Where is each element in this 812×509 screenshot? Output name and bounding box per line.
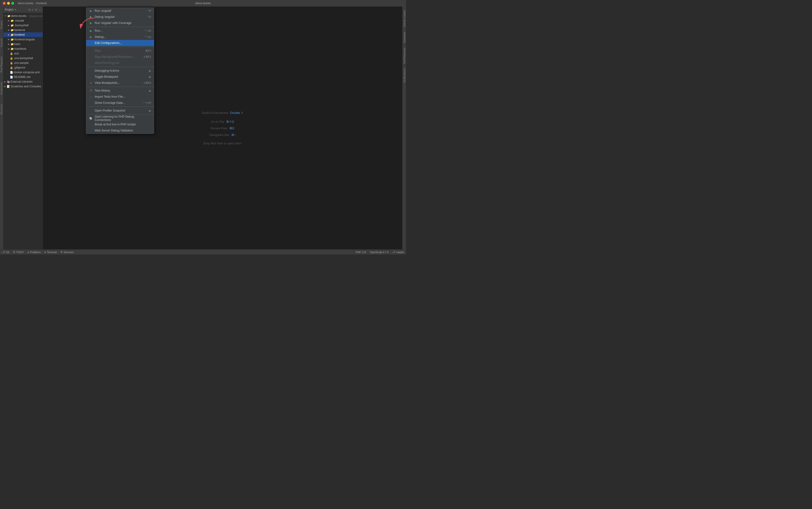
menu-item-run-angular[interactable]: ▶ Run 'angular' ⌃R (86, 8, 154, 14)
test-history-icon: ⏱ (89, 89, 93, 93)
status-typescript[interactable]: TypeScript 4.7.4 (370, 251, 389, 253)
breadcrumb-frontend[interactable]: frontend (36, 2, 46, 5)
menu-item-toggle-bp[interactable]: Toggle Breakpoint ▶ (86, 74, 154, 80)
menu-item-php-debug[interactable]: 🐘 Start Listening for PHP Debug Connecti… (86, 115, 154, 122)
tree-item-demo-books[interactable]: ▼ 📁 demo-books ~/playground/demo-books (3, 13, 42, 18)
close-button[interactable] (3, 2, 6, 5)
menu-item-debug-actions[interactable]: Debugging Actions ▶ (86, 68, 154, 74)
menu-item-open-profiler[interactable]: Open Profiler Snapshot ▶ (86, 107, 154, 114)
tree-item-manifests[interactable]: ▶ 📁 manifests (3, 46, 42, 51)
menu-item-import-tests[interactable]: ↓ Import Tests from File... (86, 94, 154, 100)
tree-item-docker-compose[interactable]: 📄 docker-compose.yml (3, 70, 42, 75)
tree-item-label: backend (14, 28, 25, 32)
folder-icon: 📁 (7, 14, 10, 18)
tree-item-scratches[interactable]: ▶ 📝 Scratches and Consoles (3, 84, 42, 89)
structure-label[interactable]: Structure (0, 104, 3, 114)
sort-icon[interactable]: ≡ (32, 8, 33, 11)
run-icon: ▶ (89, 9, 93, 13)
menu-item-show-coverage[interactable]: Show Coverage Data... ⌃⌥F6 (86, 100, 154, 106)
problems-icon: ● (28, 251, 29, 253)
edit-config-icon (89, 41, 93, 45)
tree-item-env-sample[interactable]: 🔒 .env.sample (3, 61, 42, 65)
menu-item-edit-configs[interactable]: Edit Configurations... (86, 40, 154, 46)
menu-label: Edit Configurations... (95, 41, 122, 45)
file-icon: 🔒 (10, 66, 13, 69)
toggle-bp-icon (89, 75, 93, 79)
project-label[interactable]: Project (0, 21, 3, 29)
folder-icon: 📁 (10, 33, 14, 36)
tree-item-label: frontend-angular (14, 38, 35, 41)
hint-navbar: Navigation Bar ⌘↑ (202, 132, 243, 138)
menu-item-stop-bg: Stop Background Processes... ⇧⌘F2 (86, 54, 154, 60)
hint-recent: Recent Files ⌘E (202, 125, 243, 132)
menu-item-break-first-line[interactable]: Break at first line in PHP scripts (86, 122, 154, 128)
minimize-button[interactable] (7, 2, 10, 5)
file-icon: 📄 (10, 76, 13, 79)
commit-label[interactable]: Commit (0, 38, 3, 47)
notifications-label[interactable]: Notifications (403, 68, 406, 82)
tree-item-env[interactable]: 🔒 .env (3, 51, 42, 56)
status-php[interactable]: PHP: 5.6 (356, 251, 366, 253)
project-name[interactable]: demo-books (18, 2, 33, 5)
menu-label: Toggle Breakpoint (95, 75, 118, 78)
tree-item-ext-libs[interactable]: ▶ 📚 External Libraries (3, 79, 42, 84)
menu-item-debug[interactable]: ▶ Debug... ⌃⌥D (86, 34, 154, 40)
file-icon: 📄 (10, 71, 13, 74)
menu-label: Break at first line in PHP scripts (95, 123, 136, 126)
tree-item-env-bunnyshell[interactable]: 🔒 .env.bunnyshell (3, 56, 42, 61)
menu-shortcut: ⌃R (147, 9, 151, 12)
hint-drop: Drop files here to open them (202, 140, 243, 146)
tree-item-helm[interactable]: ▶ 📁 helm (3, 42, 42, 46)
menu-shortcut: ⌘F2 (145, 49, 151, 53)
close-panel-icon[interactable]: — (38, 8, 41, 11)
pull-requests-sidebar-label[interactable]: Pull Requests (403, 48, 406, 64)
tree-item-frontend-angular[interactable]: ▶ 📁 frontend-angular (3, 37, 42, 42)
profiler-icon (89, 109, 93, 112)
file-icon: 🔒 (10, 57, 13, 60)
tree-item-label: .env (13, 52, 19, 55)
status-git[interactable]: ⎇ Git (2, 250, 9, 253)
menu-item-view-bp[interactable]: ● View Breakpoints... ⇧⌘F8 (86, 80, 154, 86)
tree-item-backend[interactable]: ▶ 📁 backend (3, 28, 42, 32)
status-services[interactable]: ⚙ Services (60, 250, 73, 253)
menu-shortcut: ⇧⌘F2 (143, 56, 151, 59)
terminal-icon: ▸ (45, 250, 46, 253)
tree-item-vscode[interactable]: ▶ 📁 .vscode (3, 18, 42, 23)
tree-item-readme[interactable]: 📄 README.md (3, 75, 42, 79)
git-icon: ⎇ (2, 250, 5, 253)
menu-label: View Breakpoints... (95, 81, 120, 84)
services-label: Services (64, 251, 73, 253)
database-label[interactable]: Database (403, 32, 406, 43)
tree-item-bunnyshell[interactable]: ▶ 📁 .bunnyshell (3, 23, 42, 28)
collapse-icon[interactable]: ⊟ (28, 8, 31, 11)
tree-item-label: demo-books (11, 14, 27, 18)
tree-item-frontend[interactable]: ▶ 📁 frontend (3, 32, 42, 37)
status-todo[interactable]: ☰ TODO (13, 250, 24, 253)
import-tests-icon: ↓ (89, 95, 93, 99)
status-terminal[interactable]: ▸ Terminal (45, 250, 57, 253)
php-debug-icon: 🐘 (89, 116, 93, 120)
settings-icon[interactable]: ⚙ (35, 8, 37, 11)
menu-item-web-server-debug[interactable]: Web Server Debug Validation (86, 128, 154, 134)
menu-label: Run 'angular' with Coverage (95, 21, 131, 25)
chevron-icon: ▼ (4, 15, 6, 17)
menu-item-test-history[interactable]: ⏱ Test History ▶ (86, 88, 154, 94)
maximize-button[interactable] (11, 2, 14, 5)
tree-item-label: manifests (14, 47, 26, 50)
copilot-label[interactable]: GitHub Copilot (403, 10, 406, 27)
menu-label: Debug 'angular' (95, 15, 115, 19)
lib-icon: 📚 (7, 80, 10, 83)
project-dropdown-icon[interactable]: ▼ (14, 8, 17, 11)
menu-label: Test History (95, 89, 110, 92)
branch-icon: ⎇ (392, 250, 395, 253)
status-problems[interactable]: ● Problems (28, 251, 41, 253)
tree-item-gitignore[interactable]: 🔒 .gitignore (3, 65, 42, 70)
menu-item-stop: Stop ⌘F2 (86, 48, 154, 54)
menu-label: Web Server Debug Validation (95, 129, 133, 132)
status-branch[interactable]: ⎇ master (392, 250, 404, 253)
title-bar: demo-books › frontend demo-books (0, 0, 406, 7)
bookmarks-label[interactable]: Bookmarks (0, 82, 3, 95)
file-icon: 🔒 (10, 62, 13, 65)
menu-shortcut: ⌃⌥F6 (143, 101, 151, 104)
pull-requests-label[interactable]: Pull Requests (0, 56, 3, 72)
